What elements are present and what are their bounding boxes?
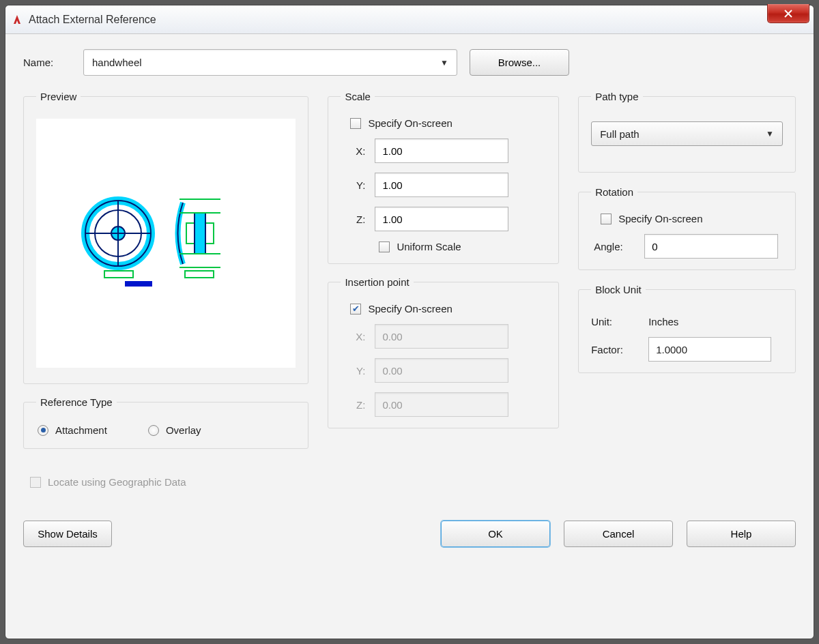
- browse-button-label: Browse...: [498, 57, 541, 68]
- titlebar: Attach External Reference: [5, 5, 814, 34]
- rotation-group: Rotation Specify On-screen Angle:: [578, 186, 796, 270]
- attachment-label: Attachment: [55, 424, 107, 436]
- svg-rect-7: [125, 281, 152, 287]
- scale-x-label: X:: [341, 145, 365, 157]
- insertion-z-label: Z:: [341, 399, 365, 411]
- path-type-legend: Path type: [591, 91, 642, 102]
- preview-legend: Preview: [36, 91, 81, 102]
- scale-x-input[interactable]: [375, 138, 508, 163]
- unit-value: Inches: [648, 316, 771, 327]
- help-label: Help: [731, 528, 752, 540]
- rotation-specify-checkbox[interactable]: Specify On-screen: [601, 213, 783, 224]
- attachment-radio[interactable]: Attachment: [38, 424, 107, 436]
- scale-y-label: Y:: [341, 179, 365, 191]
- checkbox-icon: [30, 477, 41, 488]
- path-type-value: Full path: [600, 128, 640, 140]
- uniform-scale-label: Uniform Scale: [397, 241, 461, 252]
- radio-icon: [148, 425, 159, 436]
- factor-value: 1.0000: [656, 344, 687, 355]
- insertion-y-label: Y:: [341, 365, 365, 377]
- reference-type-legend: Reference Type: [36, 396, 117, 408]
- dialog-body: Name: handwheel ▼ Browse... Preview: [5, 34, 814, 562]
- svg-rect-6: [104, 271, 133, 278]
- close-button[interactable]: [767, 4, 809, 23]
- preview-drawing: [63, 186, 268, 302]
- checkbox-icon: [601, 214, 612, 224]
- insertion-specify-label: Specify On-screen: [368, 303, 452, 314]
- svg-rect-14: [185, 271, 214, 278]
- insertion-z-input: [375, 392, 508, 417]
- checkbox-icon: [350, 304, 361, 314]
- factor-value-box: 1.0000: [648, 337, 771, 362]
- scale-group: Scale Specify On-screen X: Y: Z:: [328, 91, 559, 264]
- scale-specify-label: Specify On-screen: [368, 117, 452, 129]
- insertion-x-label: X:: [341, 331, 365, 342]
- reference-type-group: Reference Type Attachment Overlay: [23, 396, 308, 449]
- window-title: Attach External Reference: [29, 14, 156, 26]
- dialog-window: Attach External Reference Name: handwhee…: [5, 5, 814, 639]
- cancel-label: Cancel: [603, 528, 635, 540]
- preview-canvas: [36, 119, 296, 368]
- scale-z-label: Z:: [341, 214, 365, 225]
- browse-button[interactable]: Browse...: [470, 49, 569, 76]
- show-details-label: Show Details: [38, 528, 98, 540]
- checkbox-icon: [350, 118, 361, 129]
- help-button[interactable]: Help: [687, 521, 796, 547]
- scale-z-input[interactable]: [375, 207, 508, 231]
- rotation-specify-label: Specify On-screen: [618, 213, 702, 224]
- scale-specify-checkbox[interactable]: Specify On-screen: [350, 117, 546, 129]
- overlay-label: Overlay: [166, 424, 201, 436]
- name-row: Name: handwheel ▼ Browse...: [23, 49, 796, 76]
- name-dropdown[interactable]: handwheel ▼: [83, 49, 457, 76]
- rotation-angle-label: Angle:: [594, 241, 635, 252]
- chevron-down-icon: ▼: [440, 58, 448, 68]
- ok-button[interactable]: OK: [441, 521, 550, 547]
- radio-icon: [38, 425, 48, 436]
- name-label: Name:: [23, 57, 71, 68]
- checkbox-icon: [379, 241, 390, 252]
- block-unit-group: Block Unit Unit: Inches Factor: 1.0000: [578, 284, 796, 373]
- block-unit-legend: Block Unit: [591, 284, 646, 295]
- unit-label: Unit:: [591, 316, 639, 327]
- chevron-down-icon: ▼: [766, 129, 774, 138]
- insertion-specify-checkbox[interactable]: Specify On-screen: [350, 303, 546, 314]
- rotation-legend: Rotation: [591, 186, 637, 198]
- rotation-angle-input[interactable]: [644, 234, 778, 259]
- insertion-point-group: Insertion point Specify On-screen X: Y:: [328, 276, 559, 428]
- path-type-group: Path type Full path ▼: [578, 91, 796, 173]
- locate-geo-checkbox: Locate using Geographic Data: [23, 476, 308, 488]
- scale-legend: Scale: [341, 91, 375, 102]
- show-details-button[interactable]: Show Details: [23, 521, 112, 547]
- insertion-legend: Insertion point: [341, 276, 413, 288]
- scale-y-input[interactable]: [375, 173, 508, 197]
- factor-label: Factor:: [591, 344, 639, 355]
- preview-group: Preview: [23, 91, 308, 384]
- name-dropdown-value: handwheel: [92, 57, 142, 68]
- insertion-x-input: [375, 324, 508, 349]
- ok-label: OK: [488, 528, 503, 540]
- path-type-dropdown[interactable]: Full path ▼: [591, 121, 783, 146]
- uniform-scale-checkbox[interactable]: Uniform Scale: [379, 241, 546, 252]
- cancel-button[interactable]: Cancel: [564, 521, 673, 547]
- locate-geo-label: Locate using Geographic Data: [48, 476, 186, 488]
- svg-rect-9: [195, 213, 205, 254]
- insertion-y-input: [375, 358, 508, 383]
- app-icon: [11, 14, 23, 26]
- overlay-radio[interactable]: Overlay: [148, 424, 201, 436]
